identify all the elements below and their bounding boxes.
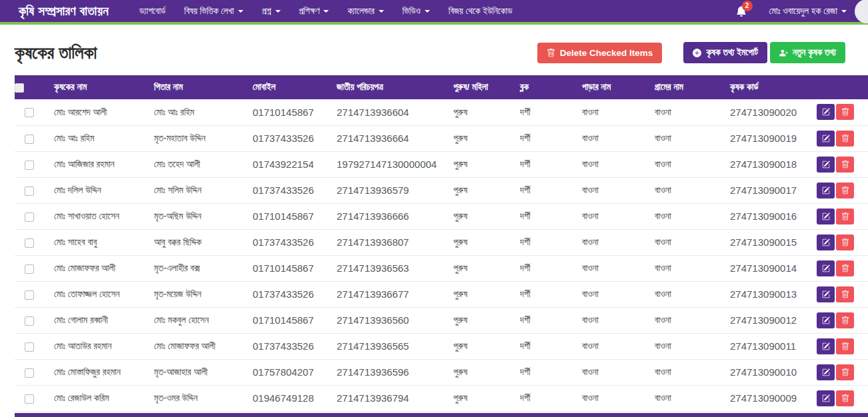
nid-number: 2714713936664 <box>327 125 443 151</box>
row-checkbox[interactable] <box>25 212 34 222</box>
mobile-number: 01710145867 <box>243 307 327 333</box>
app-brand[interactable]: কৃষি সম্প্রসারণ বাতায়ন <box>19 4 109 19</box>
edit-button[interactable] <box>817 338 835 354</box>
row-checkbox[interactable] <box>25 264 34 274</box>
edit-icon <box>822 368 830 376</box>
trash-icon <box>841 187 849 195</box>
nav-item-1[interactable]: বিষয় ভিত্তিক লেখা <box>175 6 253 17</box>
farmer-card-number: 274713090018 <box>720 151 815 177</box>
delete-row-button[interactable] <box>836 338 854 354</box>
trash-icon <box>841 264 849 272</box>
select-all-checkbox[interactable] <box>15 83 24 93</box>
delete-row-button[interactable] <box>836 157 854 173</box>
col-gender: পুরুষ/ মহিলা <box>443 75 510 99</box>
person-plus-icon <box>779 49 788 57</box>
row-checkbox[interactable] <box>25 238 34 248</box>
para-name: বাওনা <box>572 281 645 307</box>
edit-button[interactable] <box>817 104 835 120</box>
row-checkbox[interactable] <box>25 316 34 326</box>
farmer-card-number: 274713090016 <box>720 203 815 229</box>
delete-row-button[interactable] <box>836 234 854 250</box>
edit-icon <box>822 342 830 350</box>
gender: পুরুষ <box>443 229 510 255</box>
delete-row-button[interactable] <box>836 312 854 328</box>
farmer-name: মোঃ তোফাজ্জল হোসেন <box>44 281 144 307</box>
farmer-card-number: 274713090013 <box>720 281 815 307</box>
nav-item-4[interactable]: ক্যালেন্ডার <box>338 6 393 17</box>
nav-item-3[interactable]: প্রশিক্ষণ <box>290 6 339 17</box>
table-row: মোঃ আরশেদ আলীমোঃ আঃ রহিম0171014586727147… <box>15 99 868 125</box>
delete-row-button[interactable] <box>836 104 854 120</box>
farmer-name: মোঃ দলিল উদ্দিন <box>44 177 144 203</box>
para-name: বাওনা <box>572 125 645 151</box>
father-name: মৃত-অছিম উদ্দিন <box>144 203 243 229</box>
farmer-card-number: 274713090009 <box>720 385 815 411</box>
edit-icon <box>822 161 830 169</box>
row-checkbox[interactable] <box>25 290 34 300</box>
table-row: মোঃ তোফাজ্জল হোসেনমৃত-ময়েজ উদ্দিন017374… <box>15 281 868 307</box>
mobile-number: 01737433526 <box>243 333 327 359</box>
edit-button[interactable] <box>817 157 835 173</box>
row-checkbox[interactable] <box>25 161 34 170</box>
edit-button[interactable] <box>817 312 835 328</box>
farmer-name: মোঃ আঃ রহিম <box>44 125 144 151</box>
delete-checked-button[interactable]: Delete Checked Items <box>537 43 663 63</box>
import-farmer-button[interactable]: কৃষক তথ্য ইমপোর্ট <box>683 42 767 63</box>
edit-button[interactable] <box>817 390 835 406</box>
trash-icon <box>841 290 849 298</box>
nav-item-6[interactable]: বিজয় থেকে ইউনিকোড <box>439 6 522 17</box>
para-name: বাওনা <box>572 229 645 255</box>
nid-number: 2714713936563 <box>327 255 443 281</box>
edit-button[interactable] <box>817 260 835 276</box>
edit-button[interactable] <box>817 131 835 147</box>
nid-number: 2714713936596 <box>327 359 443 385</box>
avatar[interactable] <box>855 0 868 23</box>
col-farmer-name: কৃষকের নাম <box>44 75 144 99</box>
row-checkbox[interactable] <box>25 342 34 352</box>
edit-button[interactable] <box>817 183 835 199</box>
farmer-name: মোঃ আজিজার রহমান <box>44 151 144 177</box>
village-name: বাওনা <box>645 281 720 307</box>
delete-checked-label: Delete Checked Items <box>560 48 653 58</box>
delete-row-button[interactable] <box>836 131 854 147</box>
nav-item-5[interactable]: ভিডিও <box>393 6 439 17</box>
row-checkbox[interactable] <box>25 394 34 404</box>
delete-row-button[interactable] <box>836 364 854 380</box>
row-checkbox[interactable] <box>25 368 34 378</box>
edit-button[interactable] <box>817 286 835 302</box>
delete-row-button[interactable] <box>836 260 854 276</box>
block-name: দর্শী <box>510 307 572 333</box>
col-para: পাড়ার নাম <box>572 75 645 99</box>
delete-row-button[interactable] <box>836 390 854 406</box>
chevron-down-icon <box>275 10 281 13</box>
navbar-right: 2 মোঃ ওবায়েদুল হক রেজা <box>736 0 868 23</box>
gender: পুরুষ <box>443 359 510 385</box>
edit-button[interactable] <box>817 209 835 224</box>
father-name: মোঃ তহেদ আলী <box>144 151 243 177</box>
nav-item-0[interactable]: ড্যাশবোর্ড <box>130 6 175 17</box>
mobile-number: 01737433526 <box>243 125 327 151</box>
gender: পুরুষ <box>443 125 510 151</box>
table-row: মোঃ মোজাফফর আলীমৃত-এলাহীর বক্স0171014586… <box>15 255 868 281</box>
row-checkbox[interactable] <box>25 108 34 117</box>
para-name: বাওনা <box>572 203 645 229</box>
delete-row-button[interactable] <box>836 209 854 224</box>
row-checkbox[interactable] <box>25 187 34 196</box>
row-checkbox[interactable] <box>25 135 34 144</box>
edit-icon <box>822 135 830 143</box>
edit-button[interactable] <box>817 234 835 250</box>
user-menu[interactable]: মোঃ ওবায়েদুল হক রেজা <box>769 5 847 17</box>
table-row: মোঃ আতাউর রহমানমোঃ মোজাফফর আলী0173743352… <box>15 333 868 359</box>
edit-button[interactable] <box>817 364 835 380</box>
para-name: বাওনা <box>572 151 645 177</box>
village-name: বাওনা <box>645 177 720 203</box>
mobile-number: 01737433526 <box>243 281 327 307</box>
delete-row-button[interactable] <box>836 286 854 302</box>
para-name: বাওনা <box>572 255 645 281</box>
new-farmer-button[interactable]: নতুন কৃষক তথ্য <box>770 42 845 63</box>
delete-row-button[interactable] <box>836 183 854 199</box>
nav-item-2[interactable]: প্রশ্ন <box>253 6 290 17</box>
notifications-button[interactable]: 2 <box>736 6 747 17</box>
farmer-name: মোঃ মোজাফফর আলী <box>44 255 144 281</box>
trash-icon <box>841 135 849 143</box>
